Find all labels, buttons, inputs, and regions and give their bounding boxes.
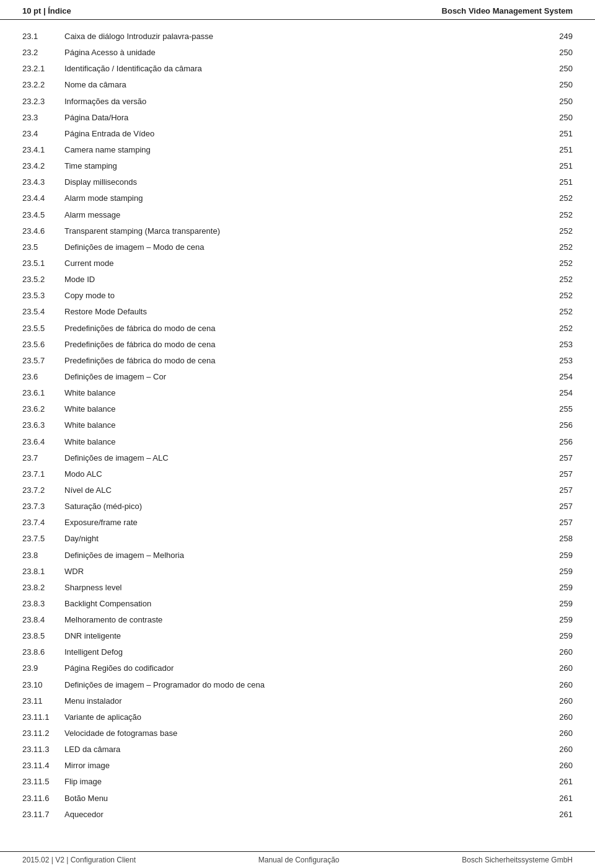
toc-title: Predefinições de fábrica do modo de cena bbox=[64, 339, 216, 351]
toc-left: 23.5 Definições de imagem – Modo de cena bbox=[22, 241, 548, 254]
toc-left: 23.4 Página Entrada de Vídeo bbox=[22, 128, 548, 140]
toc-row: 23.11.7 Aquecedor 261 bbox=[22, 807, 573, 823]
toc-page: 252 bbox=[548, 322, 573, 335]
toc-number: 23.8.1 bbox=[22, 565, 64, 578]
toc-page: 252 bbox=[548, 209, 573, 221]
toc-row: 23.11.3 LED da câmara 260 bbox=[22, 742, 573, 758]
toc-left: 23.6.3 White balance bbox=[22, 419, 548, 432]
toc-page: 256 bbox=[548, 436, 573, 448]
toc-left: 23.11.2 Velocidade de fotogramas base bbox=[22, 727, 548, 740]
toc-number: 23.7.2 bbox=[22, 484, 64, 497]
toc-title: Página Acesso à unidade bbox=[64, 46, 156, 59]
toc-page: 252 bbox=[548, 225, 573, 237]
toc-title: Definições de imagem – Melhoria bbox=[64, 549, 184, 562]
toc-title: White balance bbox=[64, 419, 115, 432]
toc-row: 23.6.4 White balance 256 bbox=[22, 434, 573, 450]
toc-row: 23.2.2 Nome da câmara 250 bbox=[22, 77, 573, 93]
toc-title: LED da câmara bbox=[64, 743, 120, 756]
toc-title: Identificação / Identificação da câmara bbox=[64, 63, 202, 75]
toc-number: 23.4 bbox=[22, 128, 64, 140]
toc-row: 23.9 Página Regiões do codificador 260 bbox=[22, 660, 573, 676]
toc-left: 23.6.4 White balance bbox=[22, 436, 548, 448]
toc-title: Camera name stamping bbox=[64, 144, 151, 156]
toc-title: Definições de imagem – Programador do mo… bbox=[64, 679, 265, 691]
toc-page: 254 bbox=[548, 387, 573, 399]
toc-number: 23.7.4 bbox=[22, 516, 64, 529]
toc-row: 23.5.2 Mode ID 252 bbox=[22, 272, 573, 288]
toc-page: 250 bbox=[548, 79, 573, 91]
toc-left: 23.11 Menu instalador bbox=[22, 695, 548, 707]
toc-row: 23.6.3 White balance 256 bbox=[22, 417, 573, 433]
toc-number: 23.8.3 bbox=[22, 598, 64, 610]
toc-row: 23.8.5 DNR inteligente 259 bbox=[22, 628, 573, 644]
toc-row: 23.5.5 Predefinições de fábrica do modo … bbox=[22, 321, 573, 337]
toc-number: 23.6.2 bbox=[22, 403, 64, 415]
toc-number: 23.4.5 bbox=[22, 209, 64, 221]
toc-left: 23.4.3 Display milliseconds bbox=[22, 176, 548, 188]
toc-page: 251 bbox=[548, 176, 573, 188]
toc-page: 252 bbox=[548, 257, 573, 270]
toc-title: Melhoramento de contraste bbox=[64, 614, 162, 626]
toc-left: 23.7.4 Exposure/frame rate bbox=[22, 516, 548, 529]
toc-number: 23.8 bbox=[22, 549, 64, 562]
toc-left: 23.7.5 Day/night bbox=[22, 533, 548, 545]
toc-row: 23.6 Definições de imagem – Cor 254 bbox=[22, 369, 573, 385]
toc-number: 23.11.4 bbox=[22, 760, 64, 772]
toc-number: 23.2 bbox=[22, 46, 64, 59]
toc-row: 23.4.3 Display milliseconds 251 bbox=[22, 174, 573, 190]
toc-page: 255 bbox=[548, 403, 573, 415]
toc-number: 23.7.5 bbox=[22, 533, 64, 545]
toc-title: Modo ALC bbox=[64, 468, 102, 480]
toc-title: Alarm message bbox=[64, 209, 120, 221]
toc-number: 23.8.2 bbox=[22, 582, 64, 594]
toc-left: 23.7 Definições de imagem – ALC bbox=[22, 452, 548, 464]
toc-page: 260 bbox=[548, 695, 573, 707]
toc-number: 23.11.6 bbox=[22, 792, 64, 805]
toc-left: 23.6.2 White balance bbox=[22, 403, 548, 415]
toc-row: 23.4.5 Alarm message 252 bbox=[22, 207, 573, 223]
toc-number: 23.5.6 bbox=[22, 339, 64, 351]
toc-page: 261 bbox=[548, 776, 573, 788]
toc-left: 23.11.6 Botão Menu bbox=[22, 792, 548, 805]
toc-title: Transparent stamping (Marca transparente… bbox=[64, 225, 220, 237]
toc-title: Day/night bbox=[64, 533, 99, 545]
toc-left: 23.7.2 Nível de ALC bbox=[22, 484, 548, 497]
toc-title: Saturação (méd-pico) bbox=[64, 500, 142, 513]
page-footer: 2015.02 | V2 | Configuration Client Manu… bbox=[0, 851, 595, 868]
toc-left: 23.5.5 Predefinições de fábrica do modo … bbox=[22, 322, 548, 335]
toc-row: 23.5.4 Restore Mode Defaults 252 bbox=[22, 304, 573, 320]
toc-number: 23.5 bbox=[22, 241, 64, 254]
toc-row: 23.6.2 White balance 255 bbox=[22, 401, 573, 417]
toc-row: 23.3 Página Data/Hora 250 bbox=[22, 110, 573, 126]
toc-title: Definições de imagem – Cor bbox=[64, 371, 166, 383]
toc-number: 23.6.1 bbox=[22, 387, 64, 399]
toc-left: 23.11.5 Flip image bbox=[22, 776, 548, 788]
toc-number: 23.3 bbox=[22, 112, 64, 124]
toc-left: 23.5.3 Copy mode to bbox=[22, 290, 548, 302]
toc-title: Current mode bbox=[64, 257, 113, 270]
toc-left: 23.4.6 Transparent stamping (Marca trans… bbox=[22, 225, 548, 237]
toc-page: 260 bbox=[548, 760, 573, 772]
toc-page: 259 bbox=[548, 549, 573, 562]
toc-title: Informações da versão bbox=[64, 95, 146, 108]
toc-left: 23.6.1 White balance bbox=[22, 387, 548, 399]
toc-left: 23.7.1 Modo ALC bbox=[22, 468, 548, 480]
toc-left: 23.8.2 Sharpness level bbox=[22, 582, 548, 594]
toc-page: 250 bbox=[548, 112, 573, 124]
toc-left: 23.5.1 Current mode bbox=[22, 257, 548, 270]
toc-number: 23.6.3 bbox=[22, 419, 64, 432]
toc-page: 260 bbox=[548, 646, 573, 658]
toc-title: Mirror image bbox=[64, 760, 110, 772]
toc-left: 23.5.2 Mode ID bbox=[22, 273, 548, 286]
toc-number: 23.2.3 bbox=[22, 95, 64, 108]
toc-row: 23.5.6 Predefinições de fábrica do modo … bbox=[22, 337, 573, 353]
footer-left: 2015.02 | V2 | Configuration Client bbox=[22, 856, 136, 864]
toc-row: 23.8.6 Intelligent Defog 260 bbox=[22, 644, 573, 660]
toc-row: 23.4 Página Entrada de Vídeo 251 bbox=[22, 126, 573, 142]
toc-row: 23.6.1 White balance 254 bbox=[22, 385, 573, 401]
toc-title: Menu instalador bbox=[64, 695, 122, 707]
toc-left: 23.2.3 Informações da versão bbox=[22, 95, 548, 108]
toc-page: 257 bbox=[548, 500, 573, 513]
toc-title: Nome da câmara bbox=[64, 79, 126, 91]
toc-page: 250 bbox=[548, 46, 573, 59]
